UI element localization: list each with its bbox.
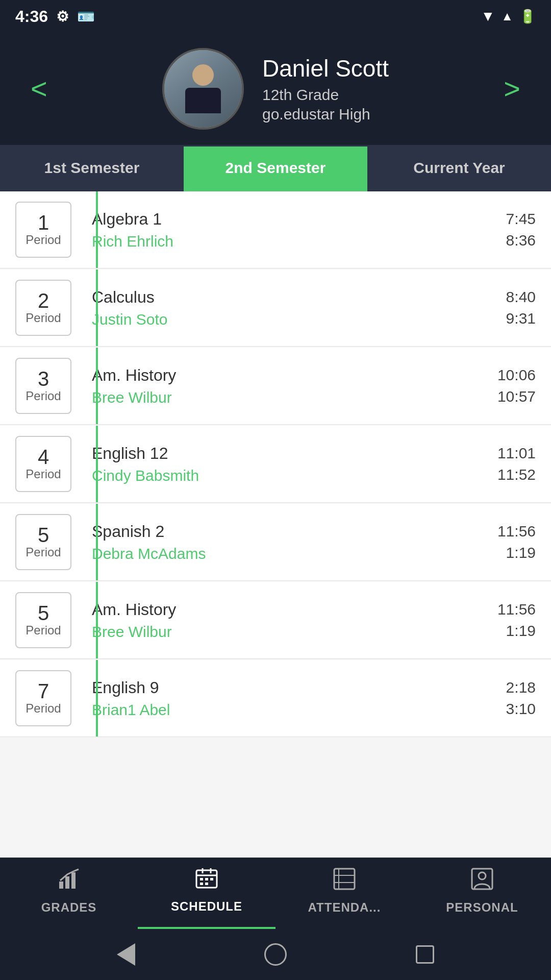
tab-current-year[interactable]: Current Year [367,146,551,191]
nav-schedule[interactable]: SCHEDULE [138,858,276,929]
tab-1st-semester[interactable]: 1st Semester [0,146,184,191]
schedule-item-3[interactable]: 3 Period Am. History Bree Wilbur 10:06 1… [0,348,551,425]
personal-label: PERSONAL [446,900,518,915]
time-start-1: 7:45 [506,210,536,228]
wifi-icon: ▼ [481,8,495,24]
svg-rect-8 [205,878,208,880]
green-divider-4 [96,426,98,502]
svg-rect-0 [59,881,63,889]
time-start-2: 8:40 [506,288,536,306]
time-info-2: 8:40 9:31 [496,288,536,327]
schedule-label: SCHEDULE [171,899,242,914]
schedule-item-1[interactable]: 1 Period Algebra 1 Rich Ehrlich 7:45 8:3… [0,191,551,268]
course-info-5: Spanish 2 Debra McAdams [87,522,487,562]
battery-icon: 🔋 [519,9,536,24]
nav-personal[interactable]: PERSONAL [413,858,551,929]
schedule-item-2[interactable]: 2 Period Calculus Justin Soto 8:40 9:31 [0,270,551,347]
time-start-3: 10:06 [497,366,536,384]
time-end-1: 8:36 [506,232,536,249]
avatar [162,48,244,130]
time-end-4: 11:52 [497,466,536,483]
svg-rect-2 [71,872,76,889]
status-right: ▼ ▲ 🔋 [481,8,536,24]
time-start-4: 11:01 [497,445,536,462]
teacher-name-1: Rich Ehrlich [92,233,496,250]
svg-rect-10 [200,883,203,885]
course-name-5: Spanish 2 [92,522,487,541]
time-start-5b: 11:56 [497,601,536,618]
svg-rect-1 [65,876,69,889]
course-name-7: English 9 [92,678,496,697]
time-end-3: 10:57 [497,388,536,405]
student-details: Daniel Scott 12th Grade go.edustar High [262,55,389,123]
next-student-button[interactable]: > [493,69,531,108]
teacher-name-4: Cindy Babsmith [92,467,487,484]
course-name-5b: Am. History [92,600,487,619]
time-start-5: 11:56 [497,523,536,540]
back-button[interactable] [113,942,139,967]
green-divider-5b [96,582,98,658]
time-info-4: 11:01 11:52 [487,445,536,483]
time-info-5: 11:56 1:19 [487,523,536,561]
settings-icon: ⚙ [56,8,69,25]
teacher-name-5: Debra McAdams [92,545,487,562]
course-info-4: English 12 Cindy Babsmith [87,444,487,484]
period-box-4: 4 Period [15,436,71,492]
student-grade: 12th Grade [262,86,389,104]
student-info: Daniel Scott 12th Grade go.edustar High [162,48,389,130]
period-box-5b: 5 Period [15,592,71,648]
svg-rect-7 [200,878,203,880]
semester-tabs: 1st Semester 2nd Semester Current Year [0,146,551,191]
svg-rect-11 [205,883,208,885]
schedule-list: 1 Period Algebra 1 Rich Ehrlich 7:45 8:3… [0,191,551,857]
green-divider-1 [96,191,98,268]
schedule-item-5b[interactable]: 5 Period Am. History Bree Wilbur 11:56 1… [0,582,551,659]
grades-label: GRADES [41,900,97,915]
course-info-7: English 9 Brian1 Abel [87,678,496,719]
green-divider-2 [96,270,98,346]
nav-grades[interactable]: GRADES [0,858,138,929]
course-info-5b: Am. History Bree Wilbur [87,600,487,641]
home-button[interactable] [263,942,288,967]
teacher-name-5b: Bree Wilbur [92,623,487,641]
tab-2nd-semester[interactable]: 2nd Semester [184,146,367,191]
schedule-item-5[interactable]: 5 Period Spanish 2 Debra McAdams 11:56 1… [0,504,551,581]
attendance-icon [333,867,356,896]
course-info-2: Calculus Justin Soto [87,288,496,328]
time-info-3: 10:06 10:57 [487,366,536,405]
time-end-7: 3:10 [506,700,536,718]
simcard-icon: 🪪 [77,8,95,25]
bottom-navigation: GRADES SCHEDULE [0,857,551,929]
schedule-item-4[interactable]: 4 Period English 12 Cindy Babsmith 11:01… [0,426,551,503]
attendance-label: ATTENDA... [308,900,381,915]
schedule-item-7[interactable]: 7 Period English 9 Brian1 Abel 2:18 3:10 [0,660,551,737]
course-name-4: English 12 [92,444,487,463]
time-info-5b: 11:56 1:19 [487,601,536,640]
course-name-3: Am. History [92,366,487,385]
status-time: 4:36 [15,7,48,26]
period-box-1: 1 Period [15,202,71,258]
svg-rect-12 [334,869,355,889]
course-info-1: Algebra 1 Rich Ehrlich [87,210,496,250]
teacher-name-2: Justin Soto [92,311,496,328]
time-start-7: 2:18 [506,679,536,696]
time-end-2: 9:31 [506,310,536,327]
student-school: go.edustar High [262,106,389,123]
header: < Daniel Scott 12th Grade go.edustar Hig… [0,33,551,146]
period-box-7: 7 Period [15,670,71,726]
period-box-3: 3 Period [15,358,71,414]
grades-icon [57,867,81,896]
prev-student-button[interactable]: < [20,69,58,108]
student-name: Daniel Scott [262,55,389,82]
teacher-name-3: Bree Wilbur [92,389,487,406]
course-name-1: Algebra 1 [92,210,496,229]
teacher-name-7: Brian1 Abel [92,701,496,719]
nav-attendance[interactable]: ATTENDA... [276,858,413,929]
time-info-1: 7:45 8:36 [496,210,536,249]
svg-point-17 [479,872,486,879]
svg-rect-9 [210,878,213,880]
schedule-icon [195,866,218,895]
signal-icon: ▲ [501,9,513,23]
recents-button[interactable] [412,942,438,967]
green-divider-5 [96,504,98,580]
